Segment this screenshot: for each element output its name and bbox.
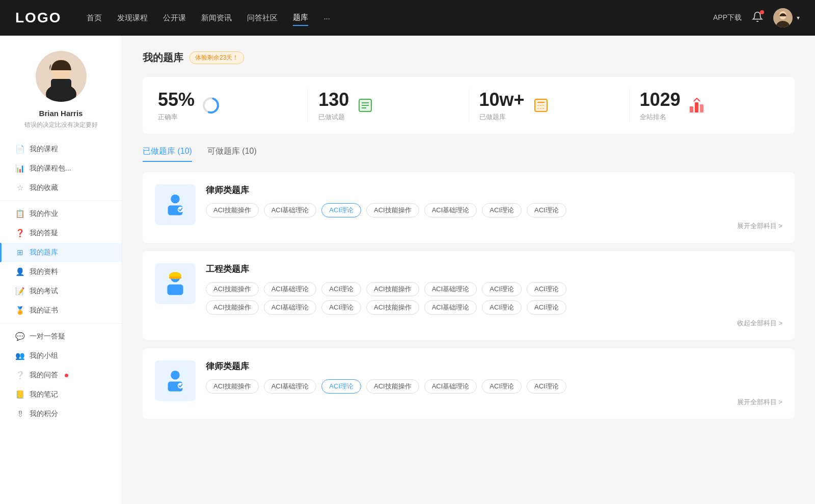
notification-bell[interactable]	[752, 11, 763, 24]
tag[interactable]: ACI理论	[527, 300, 566, 315]
svg-rect-27	[169, 276, 181, 278]
group-icon: 👥	[15, 351, 24, 360]
tag[interactable]: ACI理论	[482, 282, 522, 296]
tag[interactable]: ACI技能操作	[206, 379, 259, 394]
sidebar-item-my-course[interactable]: 📄 我的课程	[0, 139, 122, 159]
sidebar-label-qa: 我的答疑	[30, 229, 58, 238]
sidebar-item-exam[interactable]: 📝 我的考试	[0, 282, 122, 301]
stat-accuracy: 55% 正确率	[158, 89, 308, 122]
tag[interactable]: ACI基础理论	[424, 300, 477, 315]
sidebar-item-points[interactable]: 🎖 我的积分	[0, 404, 122, 424]
lawyer-tags-2: ACI技能操作 ACI基础理论 ACI理论 ACI技能操作 ACI基础理论 AC…	[206, 379, 782, 394]
tag[interactable]: ACI理论	[321, 282, 361, 296]
sidebar-item-qa[interactable]: ❓ 我的答疑	[0, 223, 122, 243]
tag[interactable]: ACI基础理论	[424, 282, 477, 296]
tag[interactable]: ACI理论	[527, 282, 566, 296]
sidebar-label-homework: 我的作业	[30, 209, 58, 218]
sidebar-label-cert: 我的证书	[30, 306, 58, 315]
qa-notification-dot	[65, 374, 68, 377]
main-content: 我的题库 体验剩余23天！ 55% 正确率 130	[122, 36, 815, 504]
sidebar-item-course-package[interactable]: 📊 我的课程包...	[0, 159, 122, 178]
nav-news[interactable]: 新闻资讯	[201, 11, 232, 25]
nav-menu: 首页 发现课程 公开课 新闻资讯 问答社区 题库 ···	[87, 10, 713, 26]
notification-dot	[760, 10, 764, 14]
stat-accuracy-value: 55% 正确率	[158, 89, 195, 122]
questions-icon	[356, 96, 374, 115]
grid-icon: ⊞	[15, 248, 24, 257]
tag[interactable]: ACI理论	[321, 300, 361, 315]
sidebar-item-homework[interactable]: 📋 我的作业	[0, 204, 122, 223]
sidebar-item-tutoring[interactable]: 💬 一对一答疑	[0, 327, 122, 346]
tag[interactable]: ACI基础理论	[264, 203, 317, 217]
nav-open-course[interactable]: 公开课	[163, 11, 186, 25]
sidebar-item-cert[interactable]: 🏅 我的证书	[0, 301, 122, 320]
cert-icon: 🏅	[15, 306, 24, 315]
lawyer-tags-1: ACI技能操作 ACI基础理论 ACI理论 ACI技能操作 ACI基础理论 AC…	[206, 203, 782, 217]
tag[interactable]: ACI技能操作	[366, 300, 419, 315]
sidebar-item-favorites[interactable]: ☆ 我的收藏	[0, 178, 122, 198]
profile-motto: 错误的决定比没有决定要好	[14, 121, 108, 129]
lawyer-icon-wrap-2	[155, 360, 196, 401]
svg-rect-21	[700, 104, 703, 113]
nav-discover[interactable]: 发现课程	[117, 11, 148, 25]
chevron-down-icon: ▾	[797, 14, 800, 21]
avatar	[773, 8, 793, 27]
sidebar-label-exam: 我的考试	[30, 287, 58, 296]
tabs-row: 已做题库 (10) 可做题库 (10)	[143, 146, 795, 162]
engineer-title: 工程类题库	[206, 263, 782, 275]
tag[interactable]: ACI理论	[482, 379, 522, 394]
sidebar-label-favorites: 我的收藏	[30, 183, 58, 192]
tag[interactable]: ACI理论	[527, 379, 566, 394]
tag[interactable]: ACI技能操作	[206, 300, 259, 315]
tag[interactable]: ACI理论	[482, 203, 522, 217]
sidebar-label-my-course: 我的课程	[30, 145, 58, 154]
sidebar-item-question-bank[interactable]: ⊞ 我的题库	[0, 243, 122, 262]
sidebar-item-my-qa[interactable]: ❔ 我的问答	[0, 366, 122, 385]
tag[interactable]: ACI理论	[482, 300, 522, 315]
svg-rect-28	[174, 272, 176, 275]
expand-link-1[interactable]: 展开全部科目 >	[206, 221, 782, 231]
question-icon: ❓	[15, 229, 24, 238]
nav-qa[interactable]: 问答社区	[247, 11, 278, 25]
navbar: LOGO 首页 发现课程 公开课 新闻资讯 问答社区 题库 ··· APP下载	[0, 0, 815, 36]
stat-done-banks: 10w+ 已做题库	[479, 89, 630, 122]
exam-icon: 📝	[15, 287, 24, 296]
tag[interactable]: ACI技能操作	[206, 203, 259, 217]
tag[interactable]: ACI基础理论	[264, 300, 317, 315]
expand-link-2[interactable]: 展开全部科目 >	[206, 398, 782, 407]
tag[interactable]: ACI技能操作	[366, 203, 419, 217]
nav-more[interactable]: ···	[323, 11, 330, 25]
sidebar-item-group[interactable]: 👥 我的小组	[0, 346, 122, 366]
page-header: 我的题库 体验剩余23天！	[143, 51, 795, 65]
app-download-link[interactable]: APP下载	[713, 13, 742, 22]
sidebar-item-notes[interactable]: 📒 我的笔记	[0, 385, 122, 404]
tag-highlighted[interactable]: ACI理论	[321, 379, 361, 394]
svg-point-22	[171, 194, 180, 204]
tag[interactable]: ACI技能操作	[366, 282, 419, 296]
tag[interactable]: ACI技能操作	[206, 282, 259, 296]
nav-question-bank[interactable]: 题库	[293, 10, 308, 26]
sidebar-label-group: 我的小组	[30, 351, 58, 360]
tag[interactable]: ACI技能操作	[366, 379, 419, 394]
sidebar-item-profile[interactable]: 👤 我的资料	[0, 262, 122, 282]
chart-icon: 📊	[15, 164, 24, 173]
stat-done-banks-value: 10w+ 已做题库	[479, 89, 525, 122]
tab-available-banks[interactable]: 可做题库 (10)	[207, 146, 257, 162]
collapse-link-engineer[interactable]: 收起全部科目 >	[206, 319, 782, 328]
person-icon: 👤	[15, 267, 24, 276]
logo[interactable]: LOGO	[15, 10, 61, 26]
tag-highlighted[interactable]: ACI理论	[321, 203, 361, 217]
tag[interactable]: ACI基础理论	[424, 379, 477, 394]
tag[interactable]: ACI基础理论	[264, 379, 317, 394]
svg-rect-20	[695, 102, 698, 113]
tag[interactable]: ACI基础理论	[264, 282, 317, 296]
qmark-icon: ❔	[15, 371, 24, 380]
tab-done-banks[interactable]: 已做题库 (10)	[143, 146, 192, 162]
sidebar-label-tutoring: 一对一答疑	[30, 332, 65, 341]
user-avatar-menu[interactable]: ▾	[773, 8, 800, 27]
tag[interactable]: ACI理论	[527, 203, 566, 217]
nav-home[interactable]: 首页	[87, 11, 102, 25]
page-title: 我的题库	[143, 51, 183, 65]
tag[interactable]: ACI基础理论	[424, 203, 477, 217]
medal-icon: 🎖	[15, 409, 24, 418]
